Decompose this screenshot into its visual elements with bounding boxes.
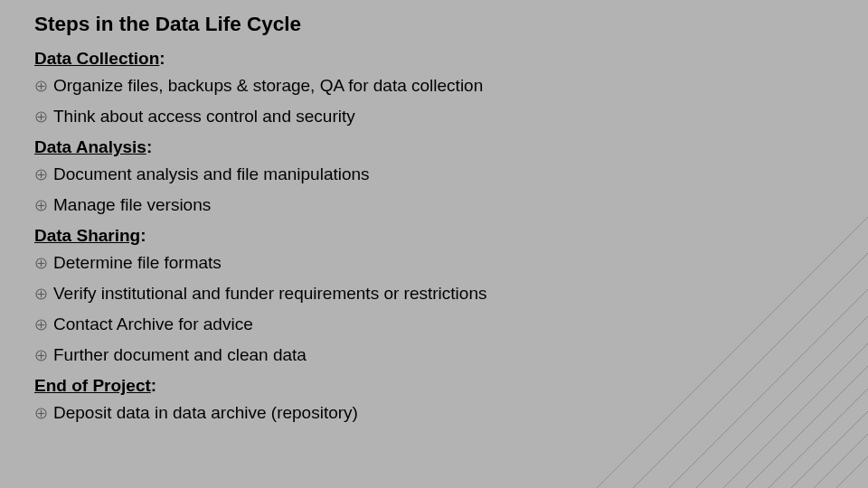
list-item-text: Contact Archive for advice	[53, 314, 253, 334]
list-item: Further document and clean data	[34, 345, 868, 365]
list-item-text: Verify institutional and funder requirem…	[53, 284, 486, 304]
list-item-text: Think about access control and security	[53, 107, 355, 127]
bullet-icon	[34, 287, 48, 301]
section-heading: End of Project:	[34, 376, 868, 396]
list-item: Document analysis and file manipulations	[34, 164, 868, 184]
section-heading: Data Analysis:	[34, 137, 868, 157]
list-item-text: Manage file versions	[53, 195, 211, 215]
bullet-icon	[34, 257, 48, 270]
bullet-icon	[34, 80, 48, 93]
bullet-icon	[34, 168, 48, 182]
list-item: Contact Archive for advice	[34, 314, 868, 334]
list-item-text: Determine file formats	[53, 253, 222, 273]
list-item: Organize files, backups & storage, QA fo…	[34, 76, 868, 96]
bullet-icon	[34, 199, 48, 212]
bullet-icon	[34, 318, 48, 332]
list-item: Verify institutional and funder requirem…	[34, 284, 868, 304]
svg-line-30	[696, 316, 868, 488]
list-item-text: Further document and clean data	[53, 345, 307, 365]
slide-title: Steps in the Data Life Cycle	[34, 13, 868, 36]
list-item-text: Organize files, backups & storage, QA fo…	[53, 76, 483, 96]
list-item-text: Document analysis and file manipulations	[53, 164, 370, 184]
svg-line-35	[814, 434, 868, 488]
svg-line-36	[836, 456, 868, 488]
list-item-text: Deposit data in data archive (repository…	[53, 403, 358, 423]
list-item: Deposit data in data archive (repository…	[34, 403, 868, 423]
bullet-icon	[34, 407, 48, 420]
section-heading: Data Collection:	[34, 49, 868, 69]
list-item: Think about access control and security	[34, 107, 868, 127]
list-item: Determine file formats	[34, 253, 868, 273]
section-heading: Data Sharing:	[34, 226, 868, 246]
slide: Steps in the Data Life Cycle Data Collec…	[0, 0, 868, 488]
bullet-icon	[34, 110, 48, 124]
list-item: Manage file versions	[34, 195, 868, 215]
bullet-icon	[34, 349, 48, 362]
